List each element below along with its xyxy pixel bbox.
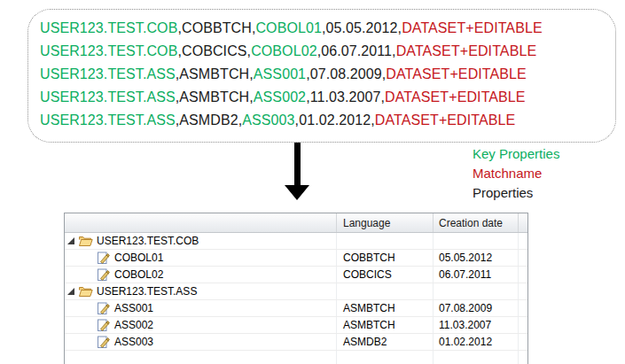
record-segment: ASS001	[254, 66, 306, 81]
cell-filler	[518, 267, 527, 283]
open-folder-icon	[78, 235, 93, 247]
arrow-head	[285, 185, 309, 200]
record-segment: DATASET+EDITABLE	[375, 112, 516, 128]
cell-creation-date: 05.05.2012	[433, 250, 518, 266]
record-segment: ,07.08.2009,	[306, 66, 386, 81]
record-segment: ASS002	[254, 89, 306, 105]
table-row[interactable]: USER123.TEST.ASS	[65, 283, 527, 300]
cell-creation-date: 11.03.2007	[433, 317, 518, 333]
cell-language: ASMBTCH	[336, 300, 433, 316]
down-arrow-icon	[285, 143, 310, 200]
cell-language: COBBTCH	[336, 250, 433, 266]
record-segment: USER123.TEST.ASS	[40, 66, 176, 81]
member-name-label: ASS002	[114, 319, 153, 331]
record-segment: COBOL01	[255, 20, 322, 35]
open-folder-icon	[78, 285, 93, 298]
record-segment: ,ASMDB2,	[176, 112, 243, 128]
record-segment: USER123.TEST.COB	[40, 43, 177, 58]
cell-language: ASMBTCH	[336, 317, 433, 333]
cell-filler	[518, 283, 527, 299]
record-segment: ,ASMBTCH,	[176, 66, 254, 81]
table-row[interactable]: COBOL01COBBTCH05.05.2012	[65, 250, 527, 267]
legend-item-key: Key Properties	[473, 144, 559, 164]
header-cell-name[interactable]	[65, 213, 336, 232]
header-label: Creation date	[439, 217, 503, 229]
member-name-label: COBOL02	[114, 268, 163, 281]
cell-language: COBCICS	[336, 267, 433, 283]
editable-member-icon	[97, 302, 110, 315]
member-name-label: ASS003	[114, 336, 153, 348]
cell-name: USER123.TEST.ASS	[65, 283, 336, 299]
legend: Key PropertiesMatchnameProperties	[473, 144, 559, 203]
cell-creation-date: 06.07.2011	[433, 267, 518, 283]
record-segment: ,06.07.2011,	[317, 43, 396, 58]
tree-expander-expanded-icon[interactable]	[67, 237, 74, 244]
record-segment: ,COBCICS,	[177, 43, 251, 58]
cell-filler	[518, 317, 527, 333]
cell-name: USER123.TEST.COB	[65, 233, 336, 249]
record-segment: ,11.03.2007,	[306, 89, 385, 105]
editable-member-icon	[97, 336, 110, 349]
editable-member-icon	[97, 319, 110, 332]
record-segment: ,01.02.2012,	[295, 112, 375, 128]
cell-empty	[336, 351, 433, 364]
table-row[interactable]: ASS003ASMDB201.02.2012	[65, 334, 527, 351]
cell-filler	[518, 250, 527, 266]
record-segment: ASS003	[242, 112, 294, 128]
legend-item-property: Properties	[473, 183, 559, 203]
table-body: USER123.TEST.COBCOBOL01COBBTCH05.05.2012…	[65, 233, 527, 364]
record-segment: USER123.TEST.ASS	[40, 89, 176, 105]
cell-filler	[518, 233, 527, 249]
cell-name: ASS002	[65, 317, 336, 333]
record-segment: DATASET+EDITABLE	[402, 20, 543, 35]
table-row[interactable]: USER123.TEST.COB	[65, 233, 527, 250]
record-segment: ,ASMBTCH,	[176, 89, 254, 105]
record-line: USER123.TEST.ASS,ASMBTCH,ASS002,11.03.20…	[40, 86, 615, 109]
cell-language: ASMDB2	[336, 334, 433, 350]
table-row[interactable]: ASS002ASMBTCH11.03.2007	[65, 317, 527, 334]
record-line: USER123.TEST.COB,COBBTCH,COBOL01,05.05.2…	[40, 17, 615, 40]
members-table: LanguageCreation date USER123.TEST.COBCO…	[64, 213, 528, 364]
cell-creation-date	[433, 283, 518, 299]
dataset-name-label: USER123.TEST.COB	[97, 235, 199, 247]
cell-name: COBOL01	[65, 250, 336, 266]
record-box: USER123.TEST.COB,COBBTCH,COBOL01,05.05.2…	[27, 9, 616, 143]
member-name-label: ASS001	[114, 302, 153, 314]
cell-filler	[518, 334, 527, 350]
header-filler	[518, 213, 527, 232]
editable-member-icon	[97, 252, 110, 265]
header-cell-language[interactable]: Language	[336, 213, 433, 232]
cell-creation-date: 01.02.2012	[433, 334, 518, 350]
editable-member-icon	[97, 268, 110, 282]
cell-creation-date	[433, 233, 518, 249]
record-segment: DATASET+EDITABLE	[385, 89, 526, 105]
dataset-name-label: USER123.TEST.ASS	[97, 285, 197, 298]
cell-language	[336, 283, 433, 299]
cell-name: COBOL02	[65, 267, 336, 283]
cell-name: ASS003	[65, 334, 336, 350]
header-cell-creation-date[interactable]: Creation date	[433, 213, 518, 232]
record-line: USER123.TEST.ASS,ASMBTCH,ASS001,07.08.20…	[40, 63, 615, 86]
record-segment: USER123.TEST.COB	[40, 20, 177, 35]
cell-empty	[65, 351, 336, 364]
cell-name: ASS001	[65, 300, 336, 316]
arrow-shaft	[294, 143, 301, 185]
record-line: USER123.TEST.COB,COBCICS,COBOL02,06.07.2…	[40, 40, 615, 63]
cell-empty	[518, 351, 527, 364]
record-segment: DATASET+EDITABLE	[396, 43, 537, 58]
tree-expander-expanded-icon[interactable]	[67, 288, 74, 295]
table-row[interactable]: COBOL02COBCICS06.07.2011	[65, 267, 527, 283]
table-row[interactable]: ASS001ASMBTCH07.08.2009	[65, 300, 527, 317]
cell-filler	[518, 300, 527, 316]
record-segment: ,05.05.2012,	[322, 20, 402, 35]
table-row-empty	[65, 351, 527, 364]
cell-empty	[433, 351, 518, 364]
cell-creation-date: 07.08.2009	[433, 300, 518, 316]
member-name-label: COBOL01	[114, 252, 163, 264]
record-segment: ,COBBTCH,	[177, 20, 255, 35]
record-segment: DATASET+EDITABLE	[386, 66, 527, 81]
record-segment: COBOL02	[251, 43, 317, 58]
record-segment: USER123.TEST.ASS	[40, 112, 176, 128]
header-label: Language	[343, 217, 390, 229]
record-line: USER123.TEST.ASS,ASMDB2,ASS003,01.02.201…	[40, 109, 615, 132]
